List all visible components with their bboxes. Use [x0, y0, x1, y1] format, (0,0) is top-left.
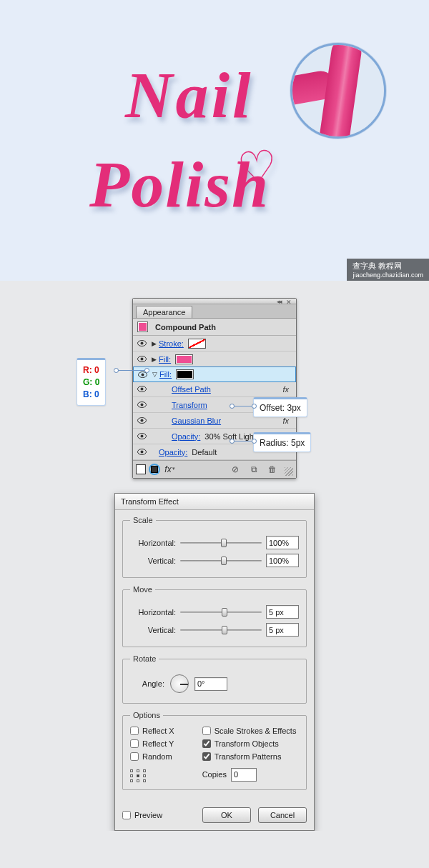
move-horizontal-label: Horizontal:: [130, 608, 176, 617]
fill-swatch-black-icon[interactable]: [176, 369, 194, 379]
callout-radius: Radius: 5px: [253, 432, 311, 452]
visibility-icon[interactable]: [137, 433, 147, 439]
scale-horizontal-input[interactable]: 100%: [266, 536, 299, 549]
checkbox-scale-strokes[interactable]: Scale Strokes & Effects: [202, 727, 299, 735]
transform-effect-dialog: Transform Effect Scale Horizontal: 100% …: [114, 493, 315, 831]
leader-line: [232, 441, 254, 442]
disclosure-icon[interactable]: ▽: [151, 371, 158, 378]
checkbox-reflect-x[interactable]: Reflect X: [130, 727, 199, 735]
appearance-footer: fx ⊘ ⧉ 🗑: [133, 460, 296, 478]
cancel-button[interactable]: Cancel: [258, 807, 307, 823]
stroke-swatch-none-icon[interactable]: [188, 339, 206, 349]
visibility-icon[interactable]: [137, 449, 147, 455]
angle-input[interactable]: 0°: [194, 677, 227, 691]
stroke-label[interactable]: Stroke:: [159, 339, 184, 348]
watermark-text: 查字典 教程网: [352, 261, 402, 270]
panel-menu-icon[interactable]: ◂◂: [277, 299, 281, 304]
svg-point-13: [141, 435, 144, 438]
rgb-b: B: 0: [83, 389, 99, 401]
checkbox-transform-objects[interactable]: Transform Objects: [202, 739, 299, 748]
fx-indicator[interactable]: fx: [282, 385, 289, 394]
move-horizontal-input[interactable]: 5 px: [266, 605, 299, 619]
svg-point-1: [141, 342, 144, 345]
visibility-icon[interactable]: [137, 417, 147, 424]
disclosure-icon[interactable]: ▶: [150, 340, 157, 347]
magnifier-detail: [290, 43, 386, 139]
move-vertical-input[interactable]: 5 px: [266, 623, 299, 637]
row-fill-1[interactable]: ▶ Fill:: [133, 351, 296, 367]
visibility-icon[interactable]: [137, 340, 147, 346]
appearance-panel-area: R: 0 G: 0 B: 0 Offset: 3px Radius: 5px ◂…: [0, 298, 429, 479]
move-legend: Move: [130, 585, 155, 594]
row-offset-path[interactable]: Offset Path fx: [133, 381, 296, 397]
resize-grip-icon[interactable]: [285, 467, 293, 476]
duplicate-icon[interactable]: ⧉: [247, 463, 260, 476]
callout-offset: Offset: 3px: [253, 397, 307, 417]
trash-icon[interactable]: 🗑: [266, 463, 279, 476]
tab-appearance[interactable]: Appearance: [136, 306, 192, 318]
add-effect-icon[interactable]: fx: [163, 463, 176, 476]
svg-point-11: [141, 419, 144, 422]
appearance-header-row[interactable]: Compound Path: [133, 319, 296, 336]
checkbox-transform-patterns[interactable]: Transform Patterns: [202, 752, 299, 761]
ok-button[interactable]: OK: [202, 807, 251, 823]
opacity-label[interactable]: Opacity:: [172, 432, 200, 441]
rgb-g: G: 0: [83, 376, 99, 389]
move-vertical-label: Vertical:: [130, 626, 176, 634]
options-group: Options Reflect X Scale Strokes & Effect…: [122, 711, 307, 790]
new-fill-icon[interactable]: [149, 464, 160, 475]
path-swatch-icon: [137, 321, 148, 332]
svg-point-5: [142, 373, 144, 376]
visibility-icon[interactable]: [137, 401, 147, 408]
panel-close-icon[interactable]: ✕: [286, 299, 292, 306]
copies-input[interactable]: 0: [231, 768, 257, 782]
fill-label[interactable]: Fill:: [159, 370, 172, 379]
rotate-group: Rotate Angle: 0°: [122, 654, 307, 704]
callout-rgb: R: 0 G: 0 B: 0: [77, 358, 106, 406]
fill-swatch-pink-icon[interactable]: [175, 354, 193, 364]
visibility-icon[interactable]: [137, 356, 147, 362]
scale-vertical-input[interactable]: 100%: [266, 554, 299, 567]
scale-legend: Scale: [130, 516, 156, 524]
visibility-icon[interactable]: [137, 386, 147, 392]
opacity-value: Default: [192, 448, 217, 457]
checkbox-preview[interactable]: Preview: [122, 811, 162, 819]
leader-line: [232, 406, 254, 406]
row-fill-2-selected[interactable]: ▽ Fill:: [133, 366, 296, 382]
scale-horizontal-label: Horizontal:: [130, 539, 176, 547]
artwork-text-line2: Polish: [89, 146, 270, 222]
svg-point-7: [141, 388, 144, 391]
scale-horizontal-slider[interactable]: [180, 538, 262, 548]
artwork-text-line1: Nail: [125, 57, 254, 133]
fill-label[interactable]: Fill:: [159, 355, 171, 364]
move-horizontal-slider[interactable]: [180, 607, 262, 617]
angle-dial-icon[interactable]: [170, 674, 189, 693]
fx-indicator[interactable]: fx: [282, 416, 289, 425]
scale-vertical-slider[interactable]: [180, 556, 262, 566]
move-group: Move Horizontal: 5 px Vertical: 5 px: [122, 585, 307, 647]
checkbox-reflect-y[interactable]: Reflect Y: [130, 739, 199, 748]
opacity-label[interactable]: Opacity:: [159, 448, 187, 457]
checkbox-random[interactable]: Random: [130, 752, 199, 761]
panel-tab-bar: Appearance: [133, 304, 296, 319]
move-vertical-slider[interactable]: [180, 625, 262, 635]
rgb-r: R: 0: [83, 364, 99, 376]
rotate-legend: Rotate: [130, 654, 159, 663]
clear-appearance-icon[interactable]: ⊘: [229, 463, 242, 476]
copies-label: Copies: [202, 770, 227, 779]
effect-gaussian-blur[interactable]: Gaussian Blur: [172, 416, 221, 425]
new-stroke-icon[interactable]: [136, 464, 146, 474]
effect-transform[interactable]: Transform: [172, 401, 207, 409]
scale-vertical-label: Vertical:: [130, 557, 176, 565]
appearance-title: Compound Path: [155, 323, 216, 331]
panel-top-bar[interactable]: ◂◂ ✕: [133, 299, 296, 304]
disclosure-icon[interactable]: ▶: [150, 356, 157, 363]
leader-line: [117, 370, 147, 371]
anchor-point-grid-icon[interactable]: [130, 769, 152, 784]
svg-point-9: [141, 404, 144, 406]
row-stroke[interactable]: ▶ Stroke:: [133, 336, 296, 351]
effect-offset-path[interactable]: Offset Path: [172, 385, 211, 394]
svg-point-3: [141, 358, 144, 361]
watermark-url: jiaocheng.chazidian.com: [352, 271, 423, 279]
scale-group: Scale Horizontal: 100% Vertical: 100%: [122, 516, 307, 578]
